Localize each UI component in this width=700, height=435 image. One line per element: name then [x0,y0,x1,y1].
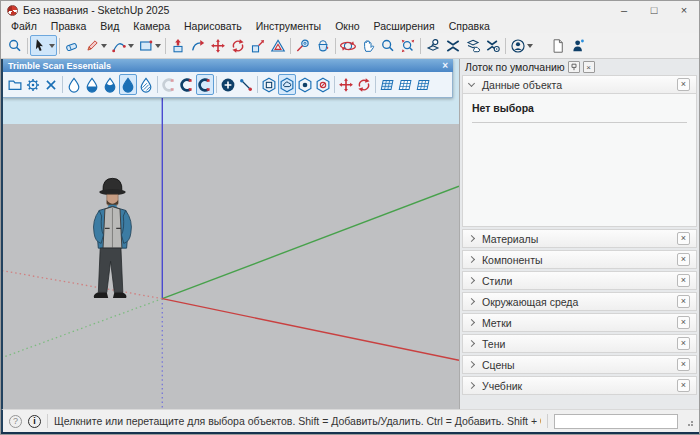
point-style-button[interactable] [296,74,314,95]
dropdown-caret-icon[interactable] [101,44,107,48]
arcs-button[interactable] [109,35,136,56]
select-button[interactable] [30,35,57,56]
dropdown-caret-icon[interactable] [49,44,55,48]
tray-section-close-button[interactable]: × [677,274,690,287]
viewport[interactable]: Trimble Scan Essentials × [3,59,459,409]
orbit-button[interactable] [338,35,358,56]
two-point-line-button[interactable] [237,74,255,95]
close-button[interactable]: × [669,1,699,19]
scan-settings-button[interactable] [24,74,42,95]
move-button[interactable] [208,35,228,56]
new-document-button[interactable] [548,35,568,56]
lines-button[interactable] [82,35,109,56]
shapes-button[interactable] [136,35,163,56]
zoom-window-icon [7,38,23,54]
fit-plane-a-button[interactable] [378,74,396,95]
menu-4[interactable]: Камера [126,20,177,32]
eraser-button[interactable] [62,35,82,56]
tray-section-header[interactable]: Сцены× [462,355,697,374]
snap-point-button[interactable] [178,74,196,95]
tray-section-close-button[interactable]: × [677,295,690,308]
point-style-icon [297,77,313,93]
scale-figure[interactable] [87,171,153,313]
extension-manager-button[interactable] [483,35,503,56]
tray-section-header[interactable]: Материалы× [462,229,697,248]
resize-grip[interactable] [684,417,693,426]
3d-warehouse-button[interactable] [443,35,463,56]
help-icon[interactable]: ? [9,415,22,428]
tray-section-close-button[interactable]: × [677,337,690,350]
unload-scan-button[interactable] [42,74,60,95]
density-custom-button[interactable] [137,74,155,95]
tray-pin-button[interactable] [568,61,580,73]
density-high-button[interactable] [119,74,137,95]
tape-measure-button[interactable] [293,35,313,56]
density-none-button[interactable] [65,74,83,95]
minimize-button[interactable]: – [609,1,639,19]
zoom-icon [380,38,396,54]
tray-section-close-button[interactable]: × [677,379,690,392]
menu-9[interactable]: Справка [442,20,497,32]
offset-button[interactable] [268,35,288,56]
paint-bucket-button[interactable] [313,35,333,56]
menu-1[interactable]: Файл [4,20,44,32]
tray-close-button[interactable]: × [583,61,595,73]
tray-section-header[interactable]: Стили× [462,271,697,290]
search-3d-warehouse-icon [425,38,441,54]
add-point-button[interactable] [219,74,237,95]
orbit-icon [340,38,356,54]
tray-section-header[interactable]: Тени× [462,334,697,353]
rotate-scan-button[interactable] [355,74,373,95]
rotate-button[interactable] [228,35,248,56]
tray-section-close-button[interactable]: × [677,78,690,91]
tray-section-label: Материалы [482,233,538,245]
maximize-button[interactable]: □ [639,1,669,19]
pan-button[interactable] [358,35,378,56]
tray-section-header[interactable]: Компоненты× [462,250,697,269]
trimble-connect-button[interactable] [463,35,483,56]
tray-section-header[interactable]: Метки× [462,313,697,332]
push-pull-button[interactable] [168,35,188,56]
dropdown-caret-icon[interactable] [527,44,533,48]
open-scan-button[interactable] [6,74,24,95]
move-scan-button[interactable] [337,74,355,95]
zoom-extents-button[interactable] [398,35,418,56]
follow-me-button[interactable] [188,35,208,56]
density-low-button[interactable] [83,74,101,95]
chevron-right-icon [468,277,475,284]
tray-section-close-button[interactable]: × [677,232,690,245]
point-cloud-visible-button[interactable] [278,74,296,95]
tray-section-close-button[interactable]: × [677,316,690,329]
measurements-input[interactable] [554,414,678,429]
tray-section-close-button[interactable]: × [677,253,690,266]
snap-plane-button[interactable] [196,74,214,95]
sketchup-logo-icon [7,5,18,16]
dropdown-caret-icon[interactable] [155,44,161,48]
search-3d-warehouse-button[interactable] [423,35,443,56]
point-cloud-off-button[interactable] [314,74,332,95]
scan-toolbar-titlebar[interactable]: Trimble Scan Essentials × [3,59,453,72]
menu-8[interactable]: Расширения [367,20,442,32]
menu-5[interactable]: Нарисовать [177,20,249,32]
tray-section-close-button[interactable]: × [677,358,690,371]
zoom-window-button[interactable] [5,35,25,56]
menu-3[interactable]: Вид [93,20,126,32]
tray-section-header[interactable]: Учебник× [462,376,697,395]
menu-2[interactable]: Правка [44,20,93,32]
tray-section-header[interactable]: Окружающая среда× [462,292,697,311]
sign-in-button[interactable] [568,35,588,56]
dropdown-caret-icon[interactable] [128,44,134,48]
tray-section-header[interactable]: Данные объекта× [462,75,697,94]
fit-plane-b-button[interactable] [396,74,414,95]
scan-toolbar-close-icon[interactable]: × [442,61,448,71]
menu-6[interactable]: Инструменты [249,20,328,32]
geolocation-icon[interactable]: i [28,415,41,428]
account-button[interactable] [508,35,535,56]
fit-plane-c-button[interactable] [414,74,432,95]
limit-box-button[interactable] [260,74,278,95]
density-medium-button[interactable] [101,74,119,95]
menu-7[interactable]: Окно [328,20,366,32]
zoom-button[interactable] [378,35,398,56]
snap-off-button[interactable] [160,74,178,95]
scale-button[interactable] [248,35,268,56]
